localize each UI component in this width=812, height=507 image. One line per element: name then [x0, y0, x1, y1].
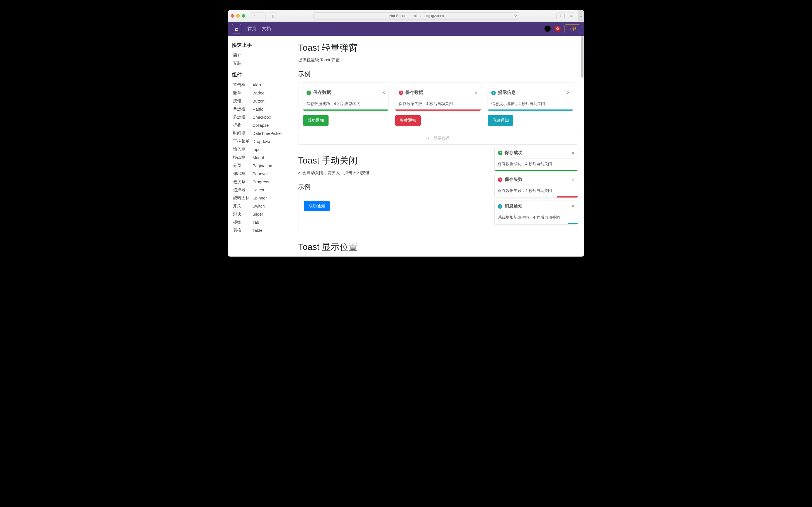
sidebar-item[interactable]: 按钮Button — [232, 97, 288, 105]
sidebar-item[interactable]: 选择器Select — [232, 186, 288, 194]
sidebar-item[interactable]: 标签Tab — [232, 218, 288, 226]
sidebar-item[interactable]: 滑块Slider — [232, 210, 288, 218]
sidebar-item[interactable]: 输入框Input — [232, 146, 288, 154]
close-icon[interactable]: × — [572, 177, 574, 182]
sidebar-item-zh: 警告框 — [233, 82, 253, 88]
sidebar-item-label: 简介 — [233, 53, 253, 58]
sidebar-item[interactable]: 徽章Badge — [232, 89, 288, 97]
sidebar-item-en: Popover — [253, 171, 268, 176]
sidebar-item-zh: 分页 — [233, 163, 253, 168]
nav-home[interactable]: 首页 — [248, 26, 256, 31]
toast-progress — [488, 109, 573, 111]
toast-progress — [495, 170, 578, 171]
download-button[interactable]: 下载 — [564, 24, 580, 33]
close-icon[interactable]: × — [572, 151, 574, 156]
address-host: blazor.sdgxgz.com — [414, 14, 444, 18]
close-window-icon[interactable] — [231, 14, 234, 17]
sidebar-item[interactable]: 多选框Checkbox — [232, 113, 288, 121]
share-icon[interactable]: ⇪ — [556, 12, 564, 19]
floating-toast-stack: ✓ 保存成功 × 保存数据成功，4 秒后自动关闭 ✕ 保存失败 × 保存数据失败… — [494, 147, 578, 225]
main-content: Toast 轻量弹窗 提供轻量级 Toast 弹窗 示例 ✓ 保存数据 × 保存… — [292, 36, 584, 257]
sidebar-item[interactable]: 折叠Collapse — [232, 121, 288, 129]
toast-body: 保存数据成功，4 秒后自动关闭 — [495, 159, 578, 170]
sidebar-item-en: Dropdown — [253, 139, 271, 144]
sidebar-item-zh: 开关 — [233, 203, 253, 209]
error-circle-icon: ✕ — [498, 177, 502, 182]
sidebar-item-zh: 徽章 — [233, 90, 253, 96]
show-code-toggle[interactable]: 显示代码 — [298, 132, 578, 145]
sidebar: 快速上手 简介安装 组件 警告框Alert徽章Badge按钮Button单选框R… — [228, 36, 292, 257]
forward-button[interactable]: 〉 — [258, 13, 266, 19]
scrollbar-thumb[interactable] — [581, 36, 584, 78]
sidebar-item-en: DateTimePicker — [253, 131, 282, 136]
section-example-1: 示例 — [298, 70, 578, 78]
browser-window: 〈 〉 ▥ Not Secure — blazor.sdgxgz.com ⟳ ⇪… — [228, 10, 584, 257]
security-label: Not Secure — — [389, 14, 412, 18]
show-sidebar-button[interactable]: ▥ — [269, 12, 277, 19]
page-lead: 提供轻量级 Toast 弹窗 — [298, 57, 578, 63]
toast-title: 保存成功 — [505, 150, 523, 156]
info-circle-icon: ! — [491, 91, 496, 95]
new-tab-button[interactable]: + — [578, 10, 584, 22]
sidebar-item-zh: 滑块 — [233, 212, 253, 217]
sidebar-item-zh: 进度条 — [233, 179, 253, 184]
check-circle-icon: ✓ — [307, 91, 311, 95]
toast-title: 保存失败 — [505, 177, 523, 182]
tabs-icon[interactable]: ▭ — [567, 12, 575, 19]
sidebar-item[interactable]: 简介 — [232, 51, 288, 59]
gitee-icon[interactable]: G — [554, 25, 561, 32]
toast-progress — [495, 223, 578, 224]
caret-down-icon — [427, 137, 430, 139]
sidebar-item[interactable]: 旋转图标Spinner — [232, 194, 288, 202]
minimize-window-icon[interactable] — [236, 14, 240, 17]
sidebar-item[interactable]: 开关Switch — [232, 202, 288, 210]
app-logo[interactable]: B — [232, 24, 241, 34]
trigger-button[interactable]: 信息通知 — [488, 115, 513, 126]
sidebar-item[interactable]: 分页Pagination — [232, 162, 288, 170]
nav-docs[interactable]: 文档 — [262, 26, 271, 31]
sidebar-item[interactable]: 下拉菜单Dropdown — [232, 137, 288, 146]
sidebar-item-label: 安装 — [233, 61, 253, 66]
github-icon[interactable] — [544, 25, 551, 32]
app-header: B 首页 文档 G 下载 — [228, 22, 584, 36]
toast-body: 保存数据失败，4 秒后自动关闭 — [495, 185, 578, 196]
sidebar-item[interactable]: 安装 — [232, 59, 288, 67]
address-bar[interactable]: Not Secure — blazor.sdgxgz.com ⟳ — [313, 12, 520, 19]
success-notify-button[interactable]: 成功通知 — [304, 201, 330, 211]
sidebar-item-en: Switch — [253, 204, 265, 208]
window-right-buttons: ⇪ ▭ — [556, 12, 575, 19]
info-circle-icon: ! — [498, 204, 502, 209]
close-icon[interactable]: × — [475, 90, 477, 95]
sidebar-item-zh: 按钮 — [233, 98, 253, 104]
toast-progress — [495, 196, 578, 198]
sidebar-item[interactable]: 警告框Alert — [232, 81, 288, 89]
toast: ✓ 保存数据 × 保存数据成功，4 秒后自动关闭 — [303, 87, 388, 111]
toast-title: 消息通知 — [505, 203, 523, 209]
zoom-window-icon[interactable] — [242, 14, 245, 17]
sidebar-item-en: Slider — [253, 212, 263, 217]
sidebar-item-zh: 折叠 — [233, 123, 253, 128]
trigger-button[interactable]: 成功通知 — [303, 115, 329, 126]
close-icon[interactable]: × — [382, 90, 385, 95]
sidebar-item-en: Tab — [253, 220, 259, 225]
close-icon[interactable]: × — [572, 204, 574, 209]
sidebar-item[interactable]: 进度条Progress — [232, 178, 288, 186]
sidebar-item-en: Modal — [253, 155, 264, 160]
sidebar-item-zh: 多选框 — [233, 114, 253, 120]
reload-icon[interactable]: ⟳ — [515, 14, 518, 18]
sidebar-item[interactable]: 弹出框Popover — [232, 170, 288, 178]
sidebar-item[interactable]: 模态框Modal — [232, 154, 288, 162]
sidebar-group-components: 组件 — [232, 71, 288, 78]
sidebar-item-zh: 输入框 — [233, 147, 253, 152]
sidebar-item[interactable]: 时间框DateTimePicker — [232, 129, 288, 137]
sidebar-item[interactable]: 单选框Radio — [232, 105, 288, 113]
sidebar-item[interactable]: 表格Table — [232, 226, 288, 234]
sidebar-item-en: Spinner — [253, 195, 267, 200]
close-icon[interactable]: × — [567, 90, 570, 95]
window-controls — [231, 14, 245, 17]
trigger-button[interactable]: 失败通知 — [395, 115, 421, 126]
page-title: Toast 轻量弹窗 — [298, 42, 578, 54]
sidebar-item-zh: 模态框 — [233, 155, 253, 160]
toast-body: 保存数据失败，4 秒后自动关闭 — [395, 98, 480, 109]
back-button[interactable]: 〈 — [250, 13, 258, 19]
